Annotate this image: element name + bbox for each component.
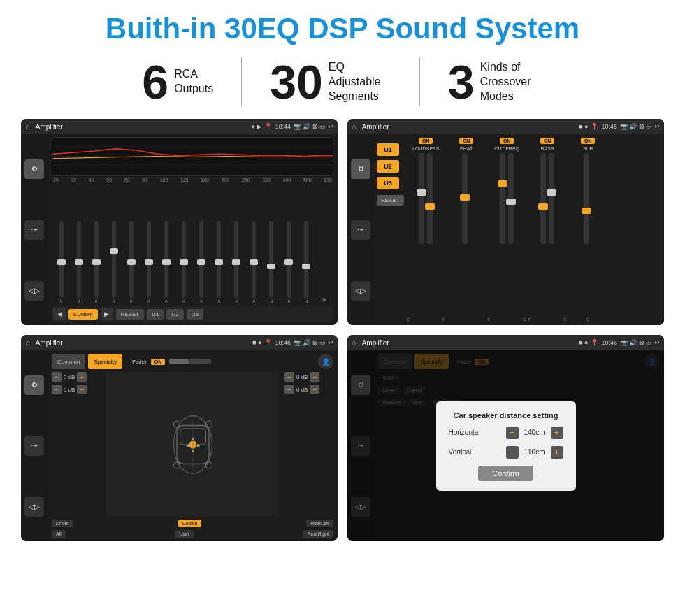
slider-thumb-4[interactable]: [127, 259, 136, 265]
user-btn[interactable]: User: [175, 530, 194, 538]
slider-track-1[interactable]: [77, 221, 81, 298]
slider-track-5[interactable]: [147, 221, 151, 298]
fader-slider[interactable]: [169, 359, 211, 364]
u2-button[interactable]: U2: [166, 309, 183, 320]
bass-thumb-2[interactable]: [547, 189, 556, 196]
u3-button[interactable]: U3: [187, 309, 203, 320]
db-minus-3[interactable]: −: [284, 372, 294, 382]
loudness-thumb-1[interactable]: [417, 189, 426, 196]
loudness-slider-2[interactable]: [427, 153, 433, 244]
sub-slider[interactable]: [584, 153, 589, 244]
bass-slider-2[interactable]: [549, 153, 554, 244]
eq-sidebar-btn-1[interactable]: ⚙: [24, 159, 44, 179]
db-plus-1[interactable]: +: [77, 372, 87, 382]
car-svg: ▲ ▼ ◀ ▶: [161, 406, 224, 483]
slider-thumb-3[interactable]: [110, 248, 118, 254]
amp-reset-button[interactable]: RESET: [377, 195, 404, 206]
eq-labels: 253240506380100125160200250320400500630: [52, 178, 333, 182]
vertical-minus-btn[interactable]: −: [506, 446, 519, 459]
fader-row: Fader ON: [132, 354, 211, 369]
prev-preset-button[interactable]: ◀: [53, 308, 66, 320]
reset-button[interactable]: RESET: [116, 309, 145, 320]
slider-thumb-2[interactable]: [92, 259, 101, 265]
amp-sidebar-btn-3[interactable]: ◁▷: [351, 281, 370, 301]
slider-thumb-7[interactable]: [180, 259, 188, 265]
bass-thumb-1[interactable]: [538, 203, 548, 210]
user-icon-btn[interactable]: 👤: [318, 354, 333, 369]
db-plus-4[interactable]: +: [310, 385, 319, 394]
slider-track-7[interactable]: [182, 221, 186, 298]
bass-slider-1[interactable]: [540, 153, 546, 244]
slider-track-9[interactable]: [217, 221, 221, 298]
vertical-plus-btn[interactable]: +: [551, 446, 563, 459]
db-minus-2[interactable]: −: [52, 385, 62, 394]
eq-slider-13: 0: [281, 221, 297, 303]
slider-thumb-8[interactable]: [197, 259, 206, 265]
eq-more-icon[interactable]: »: [322, 296, 326, 303]
slider-track-14[interactable]: [304, 221, 308, 298]
amp-sidebar-btn-1[interactable]: ⚙: [351, 159, 370, 179]
slider-track-2[interactable]: [94, 221, 99, 298]
slider-thumb-1[interactable]: [75, 259, 83, 265]
eq-slider-5: 0: [140, 221, 157, 303]
amp-sidebar-btn-2[interactable]: 〜: [351, 220, 370, 240]
spk-sidebar-btn-3[interactable]: ◁▷: [24, 497, 44, 517]
cutfreq-slider-2[interactable]: [508, 153, 514, 244]
slider-track-3[interactable]: [112, 221, 116, 298]
eq-sidebar-btn-3[interactable]: ◁▷: [24, 281, 44, 301]
horizontal-plus-btn[interactable]: +: [551, 427, 563, 439]
driver-btn[interactable]: Driver: [52, 520, 73, 527]
slider-thumb-9[interactable]: [215, 259, 223, 265]
slider-track-13[interactable]: [287, 221, 291, 298]
cutfreq-thumb-1[interactable]: [498, 180, 507, 187]
horizontal-minus-btn[interactable]: −: [506, 427, 519, 439]
db-plus-3[interactable]: +: [310, 372, 319, 382]
slider-thumb-12[interactable]: [267, 264, 275, 269]
u3-amp-button[interactable]: U3: [377, 177, 399, 189]
slider-track-10[interactable]: [234, 221, 238, 298]
phat-slider[interactable]: [462, 153, 468, 244]
slider-val-9: 0: [217, 299, 219, 303]
slider-track-8[interactable]: [199, 221, 203, 298]
slider-thumb-11[interactable]: [250, 259, 258, 265]
slider-thumb-6[interactable]: [162, 259, 171, 265]
spk-sidebar-btn-2[interactable]: 〜: [24, 436, 44, 456]
u2-amp-button[interactable]: U2: [377, 160, 399, 173]
loudness-thumb-2[interactable]: [425, 203, 435, 210]
slider-thumb-0[interactable]: [57, 259, 66, 265]
spk-sidebar-btn-1[interactable]: ⚙: [24, 375, 44, 395]
bass-col: ON BASS FG: [528, 138, 567, 322]
specialty-tab[interactable]: Specialty: [88, 354, 122, 369]
sub-thumb[interactable]: [582, 208, 591, 214]
slider-track-11[interactable]: [252, 221, 256, 298]
rearright-btn[interactable]: RearRight: [303, 530, 333, 538]
u1-amp-button[interactable]: U1: [377, 143, 399, 156]
eq-sidebar-btn-2[interactable]: 〜: [24, 220, 44, 240]
rearleft-btn[interactable]: All: [52, 530, 66, 538]
next-preset-button[interactable]: ▶: [101, 308, 113, 320]
slider-track-4[interactable]: [129, 221, 134, 298]
slider-thumb-13[interactable]: [284, 259, 293, 265]
db-ctrl-4: − 0 dB +: [284, 385, 333, 394]
cutfreq-label: CUT FREQ: [494, 146, 519, 151]
slider-track-12[interactable]: [269, 221, 273, 298]
db-minus-4[interactable]: −: [284, 385, 294, 394]
cutfreq-thumb-2[interactable]: [506, 199, 516, 205]
db-minus-1[interactable]: −: [52, 372, 62, 382]
slider-track-0[interactable]: [59, 221, 64, 298]
slider-thumb-10[interactable]: [232, 259, 240, 265]
custom-preset-button[interactable]: Custom: [68, 309, 98, 320]
common-tab[interactable]: Common: [52, 354, 85, 369]
db-plus-2[interactable]: +: [77, 385, 87, 394]
copilot-btn[interactable]: RearLeft: [306, 520, 333, 527]
all-btn[interactable]: Copilot: [178, 520, 202, 527]
confirm-button[interactable]: Confirm: [478, 466, 533, 481]
slider-thumb-5[interactable]: [145, 259, 153, 265]
slider-track-6[interactable]: [164, 221, 168, 298]
u1-button[interactable]: U1: [147, 309, 164, 320]
slider-thumb-14[interactable]: [302, 264, 310, 269]
loudness-slider-1[interactable]: [419, 153, 424, 244]
phat-thumb[interactable]: [460, 194, 470, 201]
eq-slider-1: 0: [71, 221, 87, 303]
cutfreq-slider-1[interactable]: [500, 153, 505, 244]
